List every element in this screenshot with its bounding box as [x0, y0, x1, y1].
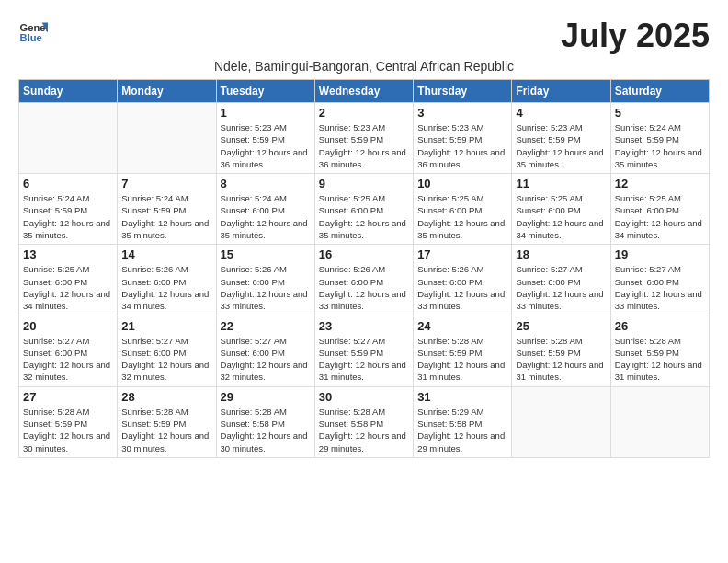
location-subtitle: Ndele, Bamingui-Bangoran, Central Africa… — [9, 59, 719, 79]
table-row: 29Sunrise: 5:28 AMSunset: 5:58 PMDayligh… — [216, 386, 314, 457]
calendar-week-row: 1Sunrise: 5:23 AMSunset: 5:59 PMDaylight… — [19, 103, 710, 174]
day-info: Sunrise: 5:23 AMSunset: 5:59 PMDaylight:… — [516, 121, 606, 170]
table-row: 21Sunrise: 5:27 AMSunset: 6:00 PMDayligh… — [118, 316, 216, 386]
day-number: 7 — [121, 177, 211, 190]
day-number: 16 — [319, 247, 409, 261]
day-number: 2 — [319, 106, 409, 120]
calendar-week-row: 13Sunrise: 5:25 AMSunset: 6:00 PMDayligh… — [19, 245, 710, 316]
day-number: 25 — [516, 319, 606, 333]
day-info: Sunrise: 5:26 AMSunset: 6:00 PMDaylight:… — [221, 263, 311, 312]
table-row: 22Sunrise: 5:27 AMSunset: 6:00 PMDayligh… — [216, 316, 314, 386]
table-row: 23Sunrise: 5:27 AMSunset: 5:59 PMDayligh… — [314, 316, 413, 386]
day-info: Sunrise: 5:26 AMSunset: 6:00 PMDaylight:… — [121, 263, 211, 312]
table-row: 1Sunrise: 5:23 AMSunset: 5:59 PMDaylight… — [216, 103, 314, 174]
table-row: 30Sunrise: 5:28 AMSunset: 5:58 PMDayligh… — [314, 386, 413, 457]
table-row: 19Sunrise: 5:27 AMSunset: 6:00 PMDayligh… — [610, 245, 709, 316]
day-info: Sunrise: 5:28 AMSunset: 5:59 PMDaylight:… — [516, 335, 606, 384]
table-row: 16Sunrise: 5:26 AMSunset: 6:00 PMDayligh… — [314, 245, 413, 316]
day-number: 8 — [221, 177, 311, 190]
day-number: 3 — [417, 106, 507, 120]
day-number: 1 — [221, 106, 311, 120]
day-number: 13 — [23, 247, 113, 261]
day-number: 5 — [615, 106, 705, 120]
table-row: 11Sunrise: 5:25 AMSunset: 6:00 PMDayligh… — [512, 174, 610, 245]
day-info: Sunrise: 5:27 AMSunset: 6:00 PMDaylight:… — [516, 263, 606, 312]
day-info: Sunrise: 5:25 AMSunset: 6:00 PMDaylight:… — [319, 192, 409, 241]
day-info: Sunrise: 5:24 AMSunset: 5:59 PMDaylight:… — [615, 121, 705, 170]
table-row: 3Sunrise: 5:23 AMSunset: 5:59 PMDaylight… — [414, 103, 512, 174]
table-row: 14Sunrise: 5:26 AMSunset: 6:00 PMDayligh… — [118, 245, 216, 316]
col-sunday: Sunday — [19, 80, 118, 103]
title-section: July 2025 — [561, 17, 710, 55]
day-info: Sunrise: 5:29 AMSunset: 5:58 PMDaylight:… — [417, 406, 507, 454]
table-row — [610, 386, 709, 457]
day-number: 17 — [417, 247, 507, 261]
day-info: Sunrise: 5:27 AMSunset: 6:00 PMDaylight:… — [23, 335, 113, 384]
day-info: Sunrise: 5:23 AMSunset: 5:59 PMDaylight:… — [417, 121, 507, 170]
day-number: 4 — [516, 106, 606, 120]
day-number: 6 — [23, 177, 113, 190]
day-info: Sunrise: 5:28 AMSunset: 5:59 PMDaylight:… — [615, 335, 705, 384]
table-row: 17Sunrise: 5:26 AMSunset: 6:00 PMDayligh… — [414, 245, 512, 316]
table-row: 10Sunrise: 5:25 AMSunset: 6:00 PMDayligh… — [414, 174, 512, 245]
day-info: Sunrise: 5:28 AMSunset: 5:59 PMDaylight:… — [23, 406, 113, 454]
day-number: 28 — [121, 390, 211, 404]
calendar-week-row: 6Sunrise: 5:24 AMSunset: 5:59 PMDaylight… — [19, 174, 710, 245]
calendar-week-row: 27Sunrise: 5:28 AMSunset: 5:59 PMDayligh… — [19, 386, 710, 457]
day-info: Sunrise: 5:24 AMSunset: 6:00 PMDaylight:… — [221, 192, 311, 241]
day-number: 20 — [23, 319, 113, 333]
col-tuesday: Tuesday — [216, 80, 314, 103]
calendar-table: Sunday Monday Tuesday Wednesday Thursday… — [18, 79, 710, 458]
day-info: Sunrise: 5:24 AMSunset: 5:59 PMDaylight:… — [121, 192, 211, 241]
table-row: 6Sunrise: 5:24 AMSunset: 5:59 PMDaylight… — [19, 174, 118, 245]
svg-text:Blue: Blue — [20, 32, 42, 43]
day-info: Sunrise: 5:27 AMSunset: 6:00 PMDaylight:… — [221, 335, 311, 384]
day-number: 27 — [23, 390, 113, 404]
day-number: 30 — [319, 390, 409, 404]
table-row: 2Sunrise: 5:23 AMSunset: 5:59 PMDaylight… — [314, 103, 413, 174]
day-info: Sunrise: 5:24 AMSunset: 5:59 PMDaylight:… — [23, 192, 113, 241]
day-number: 26 — [615, 319, 705, 333]
day-number: 14 — [121, 247, 211, 261]
day-info: Sunrise: 5:23 AMSunset: 5:59 PMDaylight:… — [221, 121, 311, 170]
table-row: 7Sunrise: 5:24 AMSunset: 5:59 PMDaylight… — [118, 174, 216, 245]
day-number: 11 — [516, 177, 606, 190]
day-info: Sunrise: 5:26 AMSunset: 6:00 PMDaylight:… — [319, 263, 409, 312]
table-row: 28Sunrise: 5:28 AMSunset: 5:59 PMDayligh… — [118, 386, 216, 457]
table-row — [512, 386, 610, 457]
table-row: 20Sunrise: 5:27 AMSunset: 6:00 PMDayligh… — [19, 316, 118, 386]
col-friday: Friday — [512, 80, 610, 103]
day-number: 9 — [319, 177, 409, 190]
day-info: Sunrise: 5:28 AMSunset: 5:58 PMDaylight:… — [319, 406, 409, 454]
table-row — [19, 103, 118, 174]
table-row: 8Sunrise: 5:24 AMSunset: 6:00 PMDaylight… — [216, 174, 314, 245]
day-number: 22 — [221, 319, 311, 333]
month-year-title: July 2025 — [561, 17, 710, 55]
day-info: Sunrise: 5:25 AMSunset: 6:00 PMDaylight:… — [23, 263, 113, 312]
day-number: 19 — [615, 247, 705, 261]
logo-icon: General Blue — [18, 17, 48, 46]
calendar-header-row: Sunday Monday Tuesday Wednesday Thursday… — [19, 80, 710, 103]
table-row: 27Sunrise: 5:28 AMSunset: 5:59 PMDayligh… — [19, 386, 118, 457]
col-monday: Monday — [118, 80, 216, 103]
day-info: Sunrise: 5:28 AMSunset: 5:58 PMDaylight:… — [221, 406, 311, 454]
col-wednesday: Wednesday — [314, 80, 413, 103]
day-number: 12 — [615, 177, 705, 190]
table-row: 24Sunrise: 5:28 AMSunset: 5:59 PMDayligh… — [414, 316, 512, 386]
table-row: 5Sunrise: 5:24 AMSunset: 5:59 PMDaylight… — [610, 103, 709, 174]
table-row: 26Sunrise: 5:28 AMSunset: 5:59 PMDayligh… — [610, 316, 709, 386]
table-row: 9Sunrise: 5:25 AMSunset: 6:00 PMDaylight… — [314, 174, 413, 245]
day-info: Sunrise: 5:27 AMSunset: 6:00 PMDaylight:… — [121, 335, 211, 384]
day-number: 29 — [221, 390, 311, 404]
day-number: 10 — [417, 177, 507, 190]
table-row: 4Sunrise: 5:23 AMSunset: 5:59 PMDaylight… — [512, 103, 610, 174]
table-row: 25Sunrise: 5:28 AMSunset: 5:59 PMDayligh… — [512, 316, 610, 386]
day-info: Sunrise: 5:25 AMSunset: 6:00 PMDaylight:… — [615, 192, 705, 241]
table-row: 13Sunrise: 5:25 AMSunset: 6:00 PMDayligh… — [19, 245, 118, 316]
table-row — [118, 103, 216, 174]
page-header: General Blue July 2025 — [9, 9, 719, 59]
col-thursday: Thursday — [414, 80, 512, 103]
day-info: Sunrise: 5:27 AMSunset: 6:00 PMDaylight:… — [615, 263, 705, 312]
table-row: 15Sunrise: 5:26 AMSunset: 6:00 PMDayligh… — [216, 245, 314, 316]
day-info: Sunrise: 5:28 AMSunset: 5:59 PMDaylight:… — [121, 406, 211, 454]
